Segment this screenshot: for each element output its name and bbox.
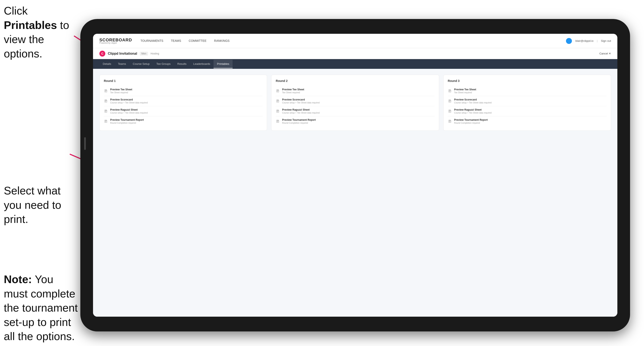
instruction-bottom: Note: You must complete the tournament s… — [4, 272, 80, 344]
document-icon: 🖹 — [104, 88, 108, 94]
round-1-section: Round 1 🖹 Preview Tee Sheet Tee Sheet re… — [99, 75, 267, 131]
item-title: Preview Tournament Report — [282, 118, 316, 121]
round-3-section: Round 3 🖹 Preview Tee Sheet Tee Sheet re… — [443, 75, 611, 131]
instruction-top: Click Printables to view the options. — [4, 4, 72, 61]
round1-tournament-report[interactable]: 🖹 Preview Tournament Report Round Comple… — [104, 116, 262, 126]
cancel-button[interactable]: Cancel ✕ — [600, 52, 611, 55]
sub-nav: Details Teams Course Setup Tee Groups Re… — [93, 59, 617, 69]
nav-tournaments[interactable]: TOURNAMENTS — [140, 38, 163, 44]
item-subtitle: Course setup + Tee Sheet data required — [110, 112, 148, 114]
tournament-name: Clippd Invitational — [108, 52, 137, 55]
item-subtitle: Course setup + Tee Sheet data required — [454, 102, 492, 104]
item-title: Preview Raguzzi Sheet — [282, 108, 320, 111]
top-nav-right: blair@clippd.io | Sign out — [566, 38, 611, 44]
round1-scorecard[interactable]: 🖹 Preview Scorecard Course setup + Tee S… — [104, 96, 262, 106]
top-nav-links: TOURNAMENTS TEAMS COMMITTEE RANKINGS — [140, 38, 230, 44]
item-title: Preview Scorecard — [110, 98, 148, 101]
item-subtitle: Tee Sheet required — [282, 91, 304, 94]
user-avatar — [566, 38, 572, 44]
tablet-frame: SCOREBOARD Powered by clippd TOURNAMENTS… — [80, 19, 630, 332]
document-icon: 🖹 — [276, 109, 280, 114]
hosting-badge: Hosting — [150, 52, 159, 55]
tab-leaderboards[interactable]: Leaderboards — [190, 60, 214, 68]
top-nav-left: SCOREBOARD Powered by clippd TOURNAMENTS… — [99, 38, 230, 44]
item-title: Preview Scorecard — [454, 98, 492, 101]
tab-details[interactable]: Details — [99, 60, 114, 68]
round-3-title: Round 3 — [448, 79, 606, 83]
main-content: Round 1 🖹 Preview Tee Sheet Tee Sheet re… — [93, 69, 617, 317]
tab-course-setup[interactable]: Course Setup — [130, 60, 153, 68]
item-title: Preview Tee Sheet — [454, 88, 476, 91]
user-email: blair@clippd.io — [575, 39, 593, 42]
document-icon: 🖹 — [276, 88, 280, 94]
item-title: Preview Scorecard — [282, 98, 320, 101]
item-subtitle: Tee Sheet required — [110, 91, 132, 94]
round-2-title: Round 2 — [276, 79, 434, 83]
top-nav: SCOREBOARD Powered by clippd TOURNAMENTS… — [93, 34, 617, 48]
round-1-title: Round 1 — [104, 79, 262, 83]
clippd-icon: C — [99, 51, 105, 57]
tab-printables[interactable]: Printables — [214, 60, 232, 68]
round3-tee-sheet[interactable]: 🖹 Preview Tee Sheet Tee Sheet required — [448, 86, 606, 96]
tournament-header: C Clippd Invitational Men Hosting Cancel… — [93, 48, 617, 59]
tab-tee-groups[interactable]: Tee Groups — [153, 60, 174, 68]
document-icon: 🖹 — [448, 119, 452, 124]
tournament-title-row: C Clippd Invitational Men Hosting — [99, 51, 159, 57]
instruction-middle: Select what you need to print. — [4, 184, 72, 226]
round2-raguzzi[interactable]: 🖹 Preview Raguzzi Sheet Course setup + T… — [276, 106, 434, 116]
item-title: Preview Raguzzi Sheet — [110, 108, 148, 111]
item-title: Preview Tee Sheet — [282, 88, 304, 91]
item-subtitle: Course setup + Tee Sheet data required — [282, 102, 320, 104]
item-subtitle: Tee Sheet required — [454, 91, 476, 94]
item-title: Preview Tournament Report — [454, 118, 488, 121]
nav-teams[interactable]: TEAMS — [171, 38, 181, 44]
document-icon: 🖹 — [448, 99, 452, 104]
document-icon: 🖹 — [104, 99, 108, 104]
document-icon: 🖹 — [448, 109, 452, 114]
scoreboard-logo: SCOREBOARD Powered by clippd — [99, 38, 132, 44]
tab-teams[interactable]: Teams — [114, 60, 130, 68]
document-icon: 🖹 — [104, 109, 108, 114]
item-subtitle: Round Completion required — [454, 122, 488, 124]
nav-rankings[interactable]: RANKINGS — [214, 38, 230, 44]
round1-tee-sheet[interactable]: 🖹 Preview Tee Sheet Tee Sheet required — [104, 86, 262, 96]
round2-scorecard[interactable]: 🖹 Preview Scorecard Course setup + Tee S… — [276, 96, 434, 106]
document-icon: 🖹 — [104, 119, 108, 124]
item-subtitle: Round Completion required — [110, 122, 144, 124]
item-subtitle: Course setup + Tee Sheet data required — [110, 102, 148, 104]
round2-tee-sheet[interactable]: 🖹 Preview Tee Sheet Tee Sheet required — [276, 86, 434, 96]
round1-raguzzi[interactable]: 🖹 Preview Raguzzi Sheet Course setup + T… — [104, 106, 262, 116]
item-subtitle: Course setup + Tee Sheet data required — [454, 112, 492, 114]
item-title: Preview Raguzzi Sheet — [454, 108, 492, 111]
round3-tournament-report[interactable]: 🖹 Preview Tournament Report Round Comple… — [448, 116, 606, 126]
item-subtitle: Course setup + Tee Sheet data required — [282, 112, 320, 114]
nav-committee[interactable]: COMMITTEE — [189, 38, 206, 44]
sign-out-link[interactable]: Sign out — [601, 39, 611, 42]
item-subtitle: Round Completion required — [282, 122, 316, 124]
item-title: Preview Tee Sheet — [110, 88, 132, 91]
round3-scorecard[interactable]: 🖹 Preview Scorecard Course setup + Tee S… — [448, 96, 606, 106]
round2-tournament-report[interactable]: 🖹 Preview Tournament Report Round Comple… — [276, 116, 434, 126]
round-2-section: Round 2 🖹 Preview Tee Sheet Tee Sheet re… — [271, 75, 439, 131]
rounds-container: Round 1 🖹 Preview Tee Sheet Tee Sheet re… — [99, 75, 611, 131]
tab-results[interactable]: Results — [174, 60, 190, 68]
document-icon: 🖹 — [276, 119, 280, 124]
tournament-badge: Men — [140, 52, 148, 55]
document-icon: 🖹 — [276, 99, 280, 104]
document-icon: 🖹 — [448, 88, 452, 94]
tablet-screen: SCOREBOARD Powered by clippd TOURNAMENTS… — [93, 34, 617, 317]
round3-raguzzi[interactable]: 🖹 Preview Raguzzi Sheet Course setup + T… — [448, 106, 606, 116]
item-title: Preview Tournament Report — [110, 118, 144, 121]
